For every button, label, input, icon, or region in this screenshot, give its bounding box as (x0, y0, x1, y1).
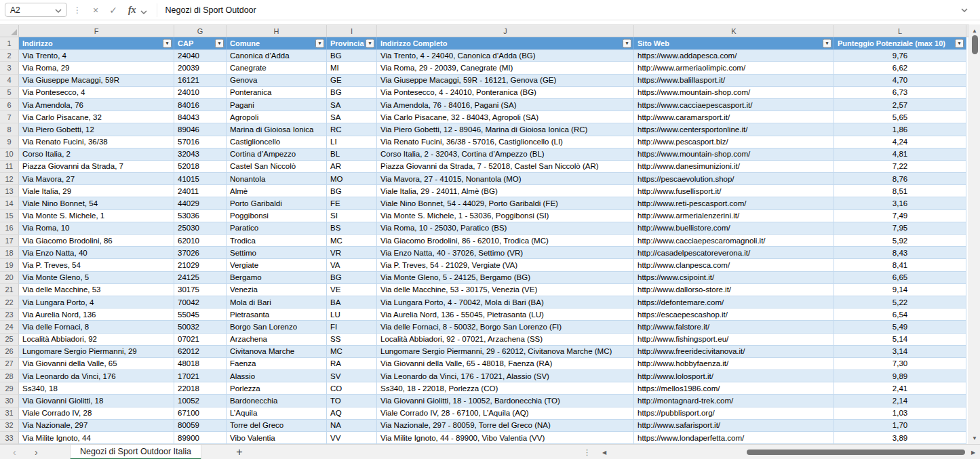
cell-K29[interactable]: https://mellos1986.com/ (634, 382, 834, 395)
cell-H27[interactable]: Faenza (227, 358, 327, 370)
cell-G28[interactable]: 17021 (174, 370, 227, 382)
cell-I32[interactable]: NA (327, 420, 377, 432)
row-header-21[interactable]: 21 (0, 284, 19, 296)
cell-F32[interactable]: Via Nazionale, 297 (19, 420, 174, 432)
cell-name-box[interactable]: A2 (5, 3, 67, 17)
cell-I16[interactable]: BS (327, 222, 377, 235)
cell-H12[interactable]: Nonantola (227, 173, 327, 185)
cell-J27[interactable]: Via Giovanni della Valle, 65 - 48018, Fa… (377, 358, 634, 370)
cell-I28[interactable]: SV (327, 370, 377, 382)
cell-J20[interactable]: Via Monte Gleno, 5 - 24125, Bergamo (BG) (377, 272, 634, 284)
cell-I6[interactable]: SA (327, 99, 377, 111)
cell-F15[interactable]: Via Monte S. Michele, 1 (19, 210, 174, 222)
cell-J32[interactable]: Via Nazionale, 297 - 80059, Torre del Gr… (377, 420, 634, 432)
header-cell-G[interactable]: CAP▾ (174, 37, 227, 49)
cell-K10[interactable]: https://www.mountain-shop.com/ (634, 148, 834, 161)
cell-I27[interactable]: RA (327, 358, 377, 370)
cell-J23[interactable]: Via Aurelia Nord, 136 - 55045, Pietrasan… (377, 308, 634, 321)
select-all-corner[interactable] (0, 25, 19, 37)
cell-H9[interactable]: Castiglioncello (227, 136, 327, 148)
cell-F4[interactable]: Via Giuseppe Macaggi, 59R (19, 75, 174, 87)
cell-F28[interactable]: Via Leonardo da Vinci, 176 (19, 370, 174, 382)
cell-I20[interactable]: BG (327, 272, 377, 284)
cell-J12[interactable]: Via Mavora, 27 - 41015, Nonantola (MO) (377, 173, 634, 185)
row-header-30[interactable]: 30 (0, 395, 19, 407)
row-header-15[interactable]: 15 (0, 210, 19, 222)
row-header-28[interactable]: 28 (0, 370, 19, 382)
cell-F21[interactable]: Via delle Macchine, 53 (19, 284, 174, 296)
cell-H24[interactable]: Borgo San Lorenzo (227, 321, 327, 333)
scroll-up-icon[interactable]: ▲ (969, 26, 980, 35)
header-cell-J[interactable]: Indirizzo Completo▾ (377, 37, 634, 49)
cell-J22[interactable]: Via Lungara Porto, 4 - 70042, Mola di Ba… (377, 296, 634, 308)
cell-G5[interactable]: 24010 (174, 87, 227, 99)
cell-L18[interactable]: 8,43 (834, 247, 966, 259)
row-header-12[interactable]: 12 (0, 173, 19, 185)
column-header-J[interactable]: J (377, 25, 634, 37)
column-header-K[interactable]: K (634, 25, 834, 37)
cell-H19[interactable]: Vergiate (227, 259, 327, 271)
cell-G27[interactable]: 48018 (174, 358, 227, 370)
row-header-26[interactable]: 26 (0, 346, 19, 358)
cell-K27[interactable]: http://www.hobbyfaenza.it/ (634, 358, 834, 370)
cell-I30[interactable]: TO (327, 395, 377, 407)
cell-I8[interactable]: RC (327, 123, 377, 136)
cell-L5[interactable]: 6,73 (834, 87, 966, 99)
cell-J3[interactable]: Via Roma, 29 - 20039, Canegrate (MI) (377, 62, 634, 74)
cell-L11[interactable]: 7,22 (834, 161, 966, 173)
cell-G13[interactable]: 24011 (174, 185, 227, 197)
filter-button-G[interactable]: ▾ (215, 39, 224, 47)
row-header-11[interactable]: 11 (0, 161, 19, 173)
column-header-G[interactable]: G (174, 25, 227, 37)
cell-K22[interactable]: https://defontemare.com/ (634, 296, 834, 308)
cell-J5[interactable]: Via Pontesecco, 4 - 24010, Ponteranica (… (377, 87, 634, 99)
cell-G12[interactable]: 41015 (174, 173, 227, 185)
cell-I9[interactable]: LI (327, 136, 377, 148)
header-cell-H[interactable]: Comune▾ (227, 37, 327, 49)
header-cell-L[interactable]: Punteggio Potenziale (max 10)▾ (834, 37, 966, 49)
cell-K18[interactable]: http://casadelpescatoreverona.it/ (634, 247, 834, 259)
row-header-32[interactable]: 32 (0, 420, 19, 432)
cell-K7[interactable]: http://www.caramarsport.it/ (634, 111, 834, 123)
cell-G31[interactable]: 67100 (174, 407, 227, 420)
next-sheet-icon[interactable]: › (35, 445, 38, 459)
cell-H11[interactable]: Castel San Niccolò (227, 161, 327, 173)
cell-H30[interactable]: Bardonecchia (227, 395, 327, 407)
cell-K13[interactable]: http://www.fusellisport.it/ (634, 185, 834, 197)
cell-J19[interactable]: Via P. Treves, 54 - 21029, Vergiate (VA) (377, 259, 634, 271)
cell-G22[interactable]: 70042 (174, 296, 227, 308)
row-header-22[interactable]: 22 (0, 296, 19, 308)
cell-J4[interactable]: Via Giuseppe Macaggi, 59R - 16121, Genov… (377, 75, 634, 87)
scroll-left-icon[interactable]: ◀ (600, 445, 609, 459)
row-header-31[interactable]: 31 (0, 407, 19, 420)
filter-button-L[interactable]: ▾ (955, 39, 964, 47)
cell-F18[interactable]: Via Enzo Natta, 40 (19, 247, 174, 259)
cell-J6[interactable]: Via Amendola, 76 - 84016, Pagani (SA) (377, 99, 634, 111)
cell-K23[interactable]: https://escaepescashop.it/ (634, 308, 834, 321)
cell-F10[interactable]: Corso Italia, 2 (19, 148, 174, 161)
row-header-19[interactable]: 19 (0, 259, 19, 271)
cell-I15[interactable]: SI (327, 210, 377, 222)
row-header-17[interactable]: 17 (0, 235, 19, 247)
cell-F13[interactable]: Viale Italia, 29 (19, 185, 174, 197)
cell-H26[interactable]: Civitanova Marche (227, 346, 327, 358)
filter-button-J[interactable]: ▾ (623, 39, 631, 47)
cell-L29[interactable]: 2,41 (834, 382, 966, 395)
cell-K17[interactable]: http://www.cacciaepescaromagnoli.it/ (634, 235, 834, 247)
cell-G3[interactable]: 20039 (174, 62, 227, 74)
cell-I22[interactable]: BA (327, 296, 377, 308)
cell-F14[interactable]: Viale Nino Bonnet, 54 (19, 197, 174, 209)
cell-L3[interactable]: 6,62 (834, 62, 966, 74)
cell-I7[interactable]: SA (327, 111, 377, 123)
column-header-H[interactable]: H (227, 25, 327, 37)
cell-G7[interactable]: 84043 (174, 111, 227, 123)
cell-L30[interactable]: 2,14 (834, 395, 966, 407)
cell-L19[interactable]: 8,41 (834, 259, 966, 271)
filter-button-K[interactable]: ▾ (823, 39, 831, 47)
cell-L22[interactable]: 5,22 (834, 296, 966, 308)
cell-J13[interactable]: Viale Italia, 29 - 24011, Almè (BG) (377, 185, 634, 197)
cell-H17[interactable]: Trodica (227, 235, 327, 247)
cell-I10[interactable]: BL (327, 148, 377, 161)
cell-F19[interactable]: Via P. Treves, 54 (19, 259, 174, 271)
row-header-3[interactable]: 3 (0, 62, 19, 74)
